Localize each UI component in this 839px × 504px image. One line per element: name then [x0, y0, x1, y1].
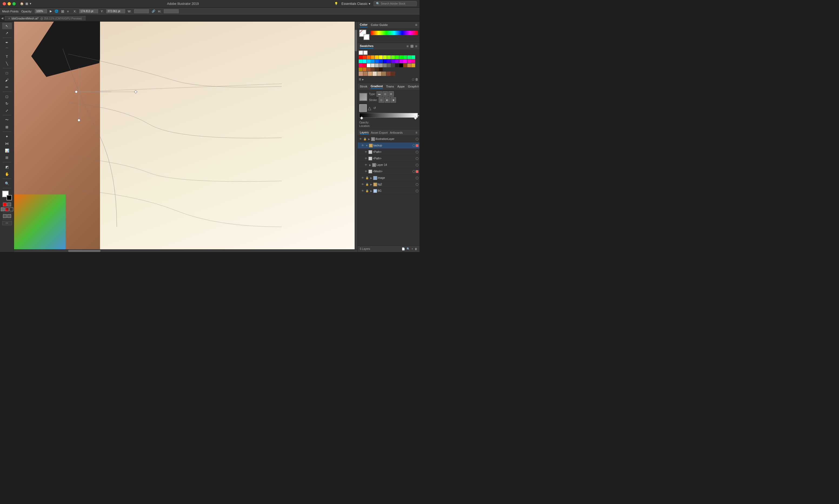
swatches-panel-menu[interactable]: ≡ [415, 44, 417, 48]
layer-expand-backup[interactable]: ▼ [365, 144, 368, 147]
layer-row-mesh[interactable]: 👁 <Mesh> [357, 168, 419, 175]
swatch-color-16[interactable] [367, 59, 371, 63]
align-icon[interactable]: ≡ [67, 10, 69, 13]
swatch-color-41[interactable] [412, 64, 415, 67]
layer-row-path1[interactable]: 👁 <Path> [357, 149, 419, 155]
swatch-color-25[interactable] [403, 59, 407, 63]
swatch-color-27[interactable] [412, 59, 415, 63]
color-swatches-fg-bg[interactable] [359, 30, 369, 40]
scale-tool[interactable]: ⤢ [2, 107, 12, 114]
artboards-tab[interactable]: Artboards [390, 131, 403, 134]
swatch-color-5[interactable] [379, 55, 383, 59]
layout-icon[interactable]: ▦ [25, 2, 28, 5]
swatch-color-0[interactable] [359, 55, 363, 59]
direct-select-tool[interactable]: ↗ [2, 30, 12, 36]
swatch-color-10[interactable] [399, 55, 403, 59]
layer-eye-path1[interactable]: 👁 [364, 150, 368, 154]
collapse-panel-btn[interactable]: ◀ [1, 17, 5, 20]
color-guide-tab[interactable]: Color Guide [371, 23, 388, 27]
curvature-tool[interactable]: ⌒ [2, 46, 12, 53]
swatch-none[interactable] [359, 51, 363, 55]
rotate-tool[interactable]: ↻ [2, 100, 12, 107]
transform-tab[interactable]: Trans [386, 84, 394, 89]
stroke-within-btn[interactable]: ◫ [379, 97, 384, 103]
appearance-tab[interactable]: Appe [397, 84, 405, 89]
maximize-button[interactable] [13, 2, 16, 5]
layer-row-path2[interactable]: 👁 <Path> [357, 155, 419, 162]
opacity-input[interactable] [35, 9, 47, 13]
swatch-skin1[interactable] [359, 72, 363, 76]
expand-arrow[interactable]: ▶ [50, 10, 52, 13]
swatch-color-20[interactable] [383, 59, 387, 63]
default-colors-icon[interactable] [7, 202, 11, 206]
make-sublayer-icon[interactable]: 📄 [402, 247, 405, 250]
swatch-color-3[interactable] [371, 55, 374, 59]
layer-circle-backup[interactable] [413, 144, 415, 147]
layer-lock-image[interactable]: 🔒 [365, 176, 369, 179]
transform-icon[interactable]: ⊞ [61, 9, 64, 14]
swatch-arrow-icon[interactable]: ▸ [362, 77, 364, 81]
swatch-white[interactable] [363, 51, 368, 55]
swatch-color-35[interactable] [387, 64, 391, 67]
globe-icon[interactable]: 🌐 [55, 10, 58, 13]
mesh-tool[interactable]: ⊞ [2, 154, 12, 161]
zoom-tool[interactable]: 🔍 [2, 180, 12, 187]
swatch-color-38[interactable] [399, 64, 403, 67]
horizontal-scrollbar[interactable] [14, 249, 357, 252]
reverse-icon[interactable]: ↺ [373, 106, 376, 110]
search-stock[interactable]: 🔍 Search Adobe Stock [373, 1, 417, 6]
swatch-color-47[interactable] [379, 68, 383, 71]
home-icon[interactable]: 🏠 [20, 2, 24, 5]
swatch-color-15[interactable] [363, 59, 367, 63]
swatch-skin2[interactable] [363, 72, 368, 76]
gradient-preview-box[interactable] [359, 93, 367, 101]
layer-eye-mesh[interactable]: 👁 [364, 170, 368, 173]
layer-row-illustration[interactable]: 👁 🔒 ▶ L illustrationLayer [357, 136, 419, 142]
layer-row-image[interactable]: 👁 🔒 ▶ image [357, 175, 419, 181]
swatch-skin4[interactable] [372, 72, 377, 76]
layer-eye-bg2[interactable]: 👁 [361, 183, 365, 186]
swatch-color-37[interactable] [395, 64, 399, 67]
layer-eye-layer14[interactable]: 👁 [364, 163, 368, 166]
bg-swatch[interactable] [364, 34, 369, 40]
color-tab[interactable]: Color [360, 22, 368, 27]
workspace-selector[interactable]: Essentials Classic ▾ [342, 2, 370, 6]
layer-circle-mesh[interactable] [413, 170, 415, 173]
swatch-color-13[interactable] [412, 55, 415, 59]
layer-eye-image[interactable]: 👁 [361, 176, 365, 179]
swatch-color-14[interactable] [359, 59, 363, 63]
swatch-color-6[interactable] [383, 55, 387, 59]
swatch-color-45[interactable] [371, 68, 374, 71]
layer-expand-layer14[interactable]: ▶ [368, 164, 372, 166]
layer-circle-path2[interactable] [416, 157, 418, 160]
document-tab[interactable]: × bbtGradientMesh.ai* @ 358.11% (CMYK/GP… [5, 16, 85, 20]
vertical-scrollbar[interactable] [355, 22, 357, 249]
layer-lock-bg[interactable]: 🔒 [365, 189, 369, 192]
w-input[interactable] [134, 9, 149, 13]
layer-circle-image[interactable] [416, 177, 418, 179]
swatch-color-12[interactable] [407, 55, 411, 59]
radial-gradient-btn[interactable]: ◎ [383, 91, 388, 97]
swatch-skin3[interactable] [368, 72, 372, 76]
swatch-color-34[interactable] [383, 64, 387, 67]
gradient-stop-preview[interactable] [359, 104, 367, 112]
swatch-color-33[interactable] [379, 64, 383, 67]
layer-circle-layer14[interactable] [416, 164, 418, 166]
type-tool[interactable]: T [2, 53, 12, 60]
swatch-color-21[interactable] [387, 59, 391, 63]
layer-eye-path2[interactable]: 👁 [364, 157, 368, 160]
color-spectrum-bar[interactable] [371, 31, 418, 35]
hand-tool[interactable]: ✋ [2, 171, 12, 177]
delete-swatch-icon[interactable]: 🗑 [415, 77, 418, 81]
y-input[interactable] [106, 9, 125, 13]
layer-row-backup[interactable]: 👁 ▼ L backup [357, 142, 419, 149]
layer-eye-illustration[interactable]: 👁 [359, 138, 363, 141]
gradient-tab[interactable]: Gradient [371, 84, 383, 89]
swatch-color-9[interactable] [395, 55, 399, 59]
delete-layer-icon[interactable]: 🗑 [415, 247, 417, 250]
layer-eye-backup[interactable]: 👁 [361, 144, 365, 147]
layers-panel-menu[interactable]: ≡ [416, 131, 417, 134]
close-button[interactable] [3, 2, 6, 5]
h-input[interactable] [164, 9, 179, 13]
layout-arrow-icon[interactable]: ▾ [30, 2, 31, 5]
